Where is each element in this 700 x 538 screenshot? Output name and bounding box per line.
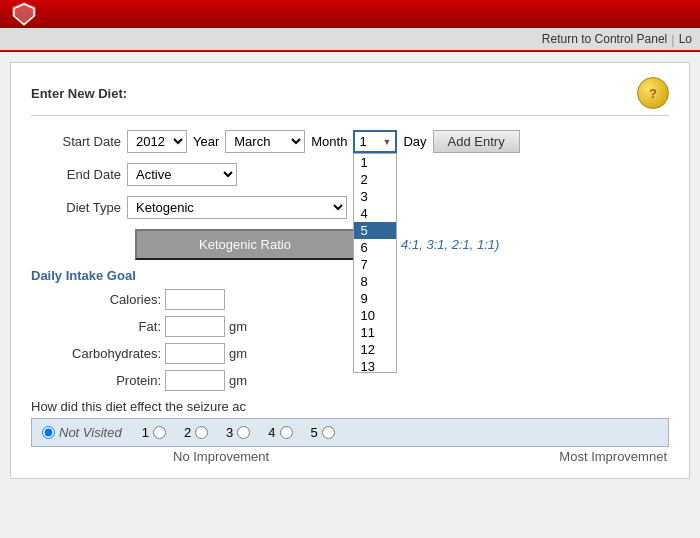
protein-row: Protein: gm (31, 370, 669, 391)
day-item-12[interactable]: 12 (354, 341, 396, 358)
rating-4-radio[interactable] (280, 426, 293, 439)
rating-4-option: 4 (268, 425, 292, 440)
diet-type-row: Diet Type Ketogenic Modified Atkins Low … (31, 196, 669, 219)
year-select[interactable]: 2010 2011 2012 2013 2014 (127, 130, 187, 153)
return-to-control-panel-link[interactable]: Return to Control Panel (542, 32, 667, 46)
fat-label: Fat: (31, 319, 161, 334)
not-visited-label: Not Visited (59, 425, 122, 440)
rating-1-label: 1 (142, 425, 149, 440)
end-date-select[interactable]: Active End Date (127, 163, 237, 186)
day-item-2[interactable]: 2 (354, 171, 396, 188)
page-title: Enter New Diet: (31, 86, 127, 101)
logo-area (10, 0, 38, 28)
day-text-label: Day (403, 134, 426, 149)
rating-3-option: 3 (226, 425, 250, 440)
rating-5-label: 5 (311, 425, 318, 440)
rating-4-label: 4 (268, 425, 275, 440)
page-title-row: Enter New Diet: ? (31, 77, 669, 116)
ketogenic-ratio-button[interactable]: Ketogenic Ratio (135, 229, 355, 260)
rating-2-label: 2 (184, 425, 191, 440)
day-item-9[interactable]: 9 (354, 290, 396, 307)
start-date-row: Start Date 2010 2011 2012 2013 2014 Year… (31, 130, 669, 153)
day-item-10[interactable]: 10 (354, 307, 396, 324)
rating-3-label: 3 (226, 425, 233, 440)
rating-2-radio[interactable] (195, 426, 208, 439)
svg-marker-0 (12, 2, 36, 26)
protein-input[interactable] (165, 370, 225, 391)
end-date-row: End Date Active End Date (31, 163, 669, 186)
month-text-label: Month (311, 134, 347, 149)
seizure-question: How did this diet effect the seizure ac (31, 399, 669, 414)
day-select-trigger[interactable]: 1 ▼ (353, 130, 397, 153)
most-improvement-label: Most Improvemnet (559, 449, 667, 464)
rating-2-option: 2 (184, 425, 208, 440)
year-text-label: Year (193, 134, 219, 149)
protein-label: Protein: (31, 373, 161, 388)
calories-label: Calories: (31, 292, 161, 307)
calories-input[interactable] (165, 289, 225, 310)
day-dropdown-wrapper: 1 ▼ 1 2 3 4 5 6 7 8 9 10 11 12 13 14 15 … (353, 130, 397, 153)
month-select[interactable]: January February March April May June Ju… (225, 130, 305, 153)
rating-1-radio[interactable] (153, 426, 166, 439)
fat-input[interactable] (165, 316, 225, 337)
logout-link[interactable]: Lo (679, 32, 692, 46)
no-improvement-label: No Improvement (173, 449, 269, 464)
nav-bar: Return to Control Panel | Lo (0, 28, 700, 52)
fat-row: Fat: gm (31, 316, 669, 337)
day-dropdown-arrow: ▼ (383, 137, 392, 147)
carbs-label: Carbohydrates: (31, 346, 161, 361)
day-item-6[interactable]: 6 (354, 239, 396, 256)
ratio-row: Ketogenic Ratio :1 (ie. 4:1, 3:1, 2:1, 1… (31, 229, 669, 260)
top-bar (0, 0, 700, 28)
page-content: Enter New Diet: ? Start Date 2010 2011 2… (10, 62, 690, 479)
fat-unit: gm (229, 319, 247, 334)
not-visited-radio[interactable] (42, 426, 55, 439)
day-item-13[interactable]: 13 (354, 358, 396, 373)
rating-bar: Not Visited 1 2 3 4 5 (31, 418, 669, 447)
coin-icon: ? (637, 77, 669, 109)
diet-type-label: Diet Type (31, 200, 121, 215)
day-dropdown[interactable]: 1 2 3 4 5 6 7 8 9 10 11 12 13 14 15 16 1… (353, 153, 397, 373)
day-item-11[interactable]: 11 (354, 324, 396, 341)
day-item-5[interactable]: 5 (354, 222, 396, 239)
day-item-3[interactable]: 3 (354, 188, 396, 205)
rating-1-option: 1 (142, 425, 166, 440)
add-entry-button[interactable]: Add Entry (433, 130, 520, 153)
day-item-7[interactable]: 7 (354, 256, 396, 273)
diet-type-select[interactable]: Ketogenic Modified Atkins Low Glycemic I… (127, 196, 347, 219)
daily-intake-label: Daily Intake Goal (31, 268, 669, 283)
daily-intake-section: Daily Intake Goal Calories: Fat: gm Carb… (31, 268, 669, 391)
calories-row: Calories: (31, 289, 669, 310)
day-item-4[interactable]: 4 (354, 205, 396, 222)
protein-unit: gm (229, 373, 247, 388)
carbs-input[interactable] (165, 343, 225, 364)
day-selected-value: 1 (359, 134, 366, 149)
end-date-label: End Date (31, 167, 121, 182)
carbs-unit: gm (229, 346, 247, 361)
scale-labels: No Improvement Most Improvemnet (31, 449, 669, 464)
carbs-row: Carbohydrates: gm (31, 343, 669, 364)
rating-5-radio[interactable] (322, 426, 335, 439)
rating-numbers: 1 2 3 4 5 (142, 425, 335, 440)
rating-3-radio[interactable] (237, 426, 250, 439)
start-date-label: Start Date (31, 134, 121, 149)
day-item-8[interactable]: 8 (354, 273, 396, 290)
not-visited-option: Not Visited (42, 425, 122, 440)
rating-5-option: 5 (311, 425, 335, 440)
day-item-1[interactable]: 1 (354, 154, 396, 171)
